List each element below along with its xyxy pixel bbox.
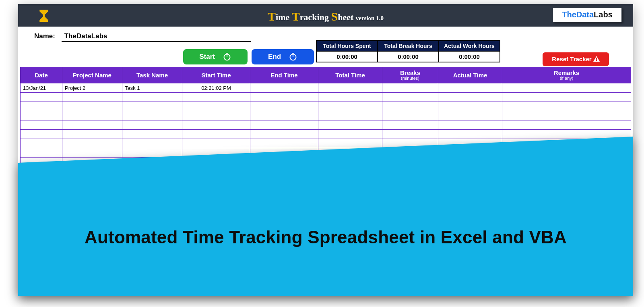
cell-task[interactable]	[122, 148, 182, 158]
cell-task[interactable]	[122, 158, 182, 167]
cell-end[interactable]	[250, 120, 318, 130]
cell-start[interactable]	[182, 130, 250, 139]
cell-start[interactable]	[182, 102, 250, 111]
cell-actual[interactable]	[438, 93, 502, 102]
cell-project[interactable]	[62, 139, 122, 148]
table-row[interactable]	[21, 111, 631, 120]
cell-actual[interactable]	[438, 111, 502, 120]
cell-date[interactable]	[21, 93, 62, 102]
cell-remarks[interactable]	[502, 83, 631, 93]
name-value[interactable]: TheDataLabs	[64, 32, 242, 40]
data-table[interactable]: Date Project Name Task Name Start Time E…	[20, 67, 631, 167]
cell-date[interactable]	[21, 111, 62, 120]
cell-total[interactable]	[318, 139, 382, 148]
cell-breaks[interactable]	[382, 93, 438, 102]
cell-project[interactable]	[62, 120, 122, 130]
cell-start[interactable]	[182, 158, 250, 167]
cell-breaks[interactable]	[382, 148, 438, 158]
cell-breaks[interactable]	[382, 158, 438, 167]
table-row[interactable]	[21, 130, 631, 139]
cell-project[interactable]	[62, 158, 122, 167]
cell-remarks[interactable]	[502, 148, 631, 158]
cell-remarks[interactable]	[502, 130, 631, 139]
table-row[interactable]: 13/Jan/21Project 2Task 102:21:02 PM	[21, 83, 631, 93]
cell-date[interactable]	[21, 102, 62, 111]
cell-total[interactable]	[318, 130, 382, 139]
cell-project[interactable]	[62, 148, 122, 158]
cell-start[interactable]	[182, 139, 250, 148]
cell-actual[interactable]	[438, 148, 502, 158]
cell-actual[interactable]	[438, 102, 502, 111]
cell-task[interactable]: Task 1	[122, 83, 182, 93]
cell-end[interactable]	[250, 102, 318, 111]
cell-total[interactable]	[318, 102, 382, 111]
cell-date[interactable]	[21, 139, 62, 148]
col-total: Total Time	[318, 67, 382, 83]
cell-date[interactable]	[21, 158, 62, 167]
cell-start[interactable]	[182, 148, 250, 158]
cell-project[interactable]	[62, 93, 122, 102]
cell-actual[interactable]	[438, 130, 502, 139]
cell-actual[interactable]	[438, 83, 502, 93]
cell-task[interactable]	[122, 130, 182, 139]
cell-total[interactable]	[318, 93, 382, 102]
cell-total[interactable]	[318, 83, 382, 93]
cell-breaks[interactable]	[382, 83, 438, 93]
cell-project[interactable]: Project 2	[62, 83, 122, 93]
table-row[interactable]	[21, 102, 631, 111]
table-row[interactable]	[21, 148, 631, 158]
cell-start[interactable]: 02:21:02 PM	[182, 83, 250, 93]
cell-project[interactable]	[62, 111, 122, 120]
cell-actual[interactable]	[438, 120, 502, 130]
cell-date[interactable]	[21, 130, 62, 139]
cell-project[interactable]	[62, 102, 122, 111]
col-start: Start Time	[182, 67, 250, 83]
cell-total[interactable]	[318, 148, 382, 158]
cell-task[interactable]	[122, 111, 182, 120]
cell-task[interactable]	[122, 139, 182, 148]
start-button[interactable]: Start	[183, 49, 248, 64]
cell-breaks[interactable]	[382, 111, 438, 120]
cell-end[interactable]	[250, 83, 318, 93]
cell-total[interactable]	[318, 158, 382, 167]
cell-breaks[interactable]	[382, 139, 438, 148]
col-actual: Actual Time	[438, 67, 502, 83]
cell-breaks[interactable]	[382, 102, 438, 111]
cell-total[interactable]	[318, 120, 382, 130]
cell-date[interactable]	[21, 148, 62, 158]
cell-end[interactable]	[250, 148, 318, 158]
cell-total[interactable]	[318, 111, 382, 120]
cell-remarks[interactable]	[502, 158, 631, 167]
table-row[interactable]	[21, 139, 631, 148]
cell-start[interactable]	[182, 111, 250, 120]
cell-task[interactable]	[122, 102, 182, 111]
cell-start[interactable]	[182, 120, 250, 130]
cell-breaks[interactable]	[382, 130, 438, 139]
cell-remarks[interactable]	[502, 120, 631, 130]
col-date: Date	[21, 67, 62, 83]
app-title: Time Tracking Sheet version 1.0	[18, 10, 633, 23]
cell-remarks[interactable]	[502, 111, 631, 120]
table-row[interactable]	[21, 158, 631, 167]
cell-date[interactable]: 13/Jan/21	[21, 83, 62, 93]
cell-end[interactable]	[250, 158, 318, 167]
cell-start[interactable]	[182, 93, 250, 102]
cell-actual[interactable]	[438, 158, 502, 167]
cell-breaks[interactable]	[382, 120, 438, 130]
cell-remarks[interactable]	[502, 93, 631, 102]
cell-task[interactable]	[122, 93, 182, 102]
cell-end[interactable]	[250, 93, 318, 102]
cell-project[interactable]	[62, 130, 122, 139]
cell-end[interactable]	[250, 130, 318, 139]
table-row[interactable]	[21, 93, 631, 102]
cell-remarks[interactable]	[502, 139, 631, 148]
reset-button[interactable]: Reset Tracker	[543, 52, 609, 66]
cell-remarks[interactable]	[502, 102, 631, 111]
cell-end[interactable]	[250, 139, 318, 148]
table-row[interactable]	[21, 120, 631, 130]
cell-actual[interactable]	[438, 139, 502, 148]
cell-end[interactable]	[250, 111, 318, 120]
cell-task[interactable]	[122, 120, 182, 130]
end-button[interactable]: End	[252, 49, 314, 64]
cell-date[interactable]	[21, 120, 62, 130]
